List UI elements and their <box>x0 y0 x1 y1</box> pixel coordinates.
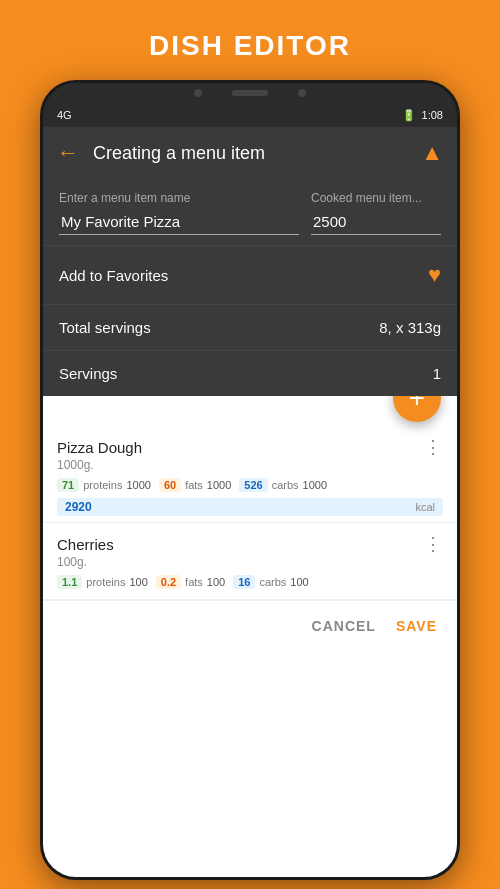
signal-indicator: 4G <box>57 109 72 121</box>
bottom-action-bar: CANCEL SAVE <box>43 600 457 650</box>
proteins-value-2: 100 <box>129 576 147 588</box>
cooked-label: Cooked menu item... <box>311 191 441 205</box>
app-header: ← Creating a menu item ▲ <box>43 127 457 179</box>
cancel-button[interactable]: CANCEL <box>312 618 376 634</box>
kcal-row: 2920 kcal <box>57 498 443 516</box>
kcal-value: 2920 <box>65 500 92 514</box>
ingredient-menu-button-2[interactable]: ⋮ <box>424 533 443 555</box>
total-servings-value: 8, x 313g <box>379 319 441 336</box>
ingredient-area: + Pizza Dough ⋮ 1000g. 71 proteins 1000 … <box>43 396 457 877</box>
time-display: 1:08 <box>422 109 443 121</box>
carbs-label: carbs <box>272 479 299 491</box>
status-bar: 4G 🔋 1:08 <box>43 99 457 127</box>
nutrition-row-2: 1.1 proteins 100 0.2 fats 100 16 carbs 1… <box>57 575 443 589</box>
carbs-value-2: 100 <box>290 576 308 588</box>
servings-label: Servings <box>59 365 117 382</box>
heart-icon[interactable]: ♥ <box>428 262 441 288</box>
proteins-badge-2: 1.1 <box>57 575 82 589</box>
fats-value-2: 100 <box>207 576 225 588</box>
cooked-input-group: Cooked menu item... <box>311 191 441 235</box>
name-label: Enter a menu item name <box>59 191 299 205</box>
fats-badge-2: 0.2 <box>156 575 181 589</box>
ingredient-name-2: Cherries <box>57 536 114 553</box>
ingredient-name: Pizza Dough <box>57 439 142 456</box>
camera-dot <box>194 89 202 97</box>
proteins-label: proteins <box>83 479 122 491</box>
carbs-badge-2: 16 <box>233 575 255 589</box>
ingredient-menu-button[interactable]: ⋮ <box>424 436 443 458</box>
screen-title: Creating a menu item <box>93 143 421 164</box>
fats-label-2: fats <box>185 576 203 588</box>
back-button[interactable]: ← <box>57 142 79 164</box>
nutrition-row: 71 proteins 1000 60 fats 1000 526 carbs … <box>57 478 443 492</box>
ingredient-card: Pizza Dough ⋮ 1000g. 71 proteins 1000 60… <box>43 426 457 523</box>
carbs-badge: 526 <box>239 478 267 492</box>
ingredient-header-2: Cherries ⋮ <box>57 533 443 555</box>
total-servings-label: Total servings <box>59 319 151 336</box>
add-ingredient-fab[interactable]: + <box>393 396 441 422</box>
carbs-label-2: carbs <box>259 576 286 588</box>
name-input[interactable] <box>59 209 299 235</box>
ingredient-weight: 1000g. <box>57 458 443 472</box>
phone-top <box>43 83 457 99</box>
servings-value: 1 <box>433 365 441 382</box>
cooked-input[interactable] <box>311 209 441 235</box>
page-title: DISH EDITOR <box>149 30 351 62</box>
phone-shell: 4G 🔋 1:08 ← Creating a menu item ▲ Enter… <box>40 80 460 880</box>
ingredient-header: Pizza Dough ⋮ <box>57 436 443 458</box>
fats-value: 1000 <box>207 479 231 491</box>
fats-label: fats <box>185 479 203 491</box>
fats-badge: 60 <box>159 478 181 492</box>
input-row: Enter a menu item name Cooked menu item.… <box>59 191 441 235</box>
name-input-group: Enter a menu item name <box>59 191 299 235</box>
ingredient-weight-2: 100g. <box>57 555 443 569</box>
battery-icon: 🔋 <box>402 109 416 122</box>
expand-icon[interactable]: ▲ <box>421 140 443 166</box>
favorites-label: Add to Favorites <box>59 267 168 284</box>
carbs-value: 1000 <box>303 479 327 491</box>
total-servings-row: Total servings 8, x 313g <box>43 304 457 350</box>
camera-dot-2 <box>298 89 306 97</box>
save-button[interactable]: SAVE <box>396 618 437 634</box>
speaker <box>232 90 268 96</box>
proteins-value: 1000 <box>126 479 150 491</box>
form-area: Enter a menu item name Cooked menu item.… <box>43 179 457 245</box>
servings-row: Servings 1 <box>43 350 457 396</box>
proteins-badge: 71 <box>57 478 79 492</box>
favorites-row[interactable]: Add to Favorites ♥ <box>43 245 457 304</box>
kcal-label: kcal <box>415 501 435 513</box>
proteins-label-2: proteins <box>86 576 125 588</box>
ingredient-card-2: Cherries ⋮ 100g. 1.1 proteins 100 0.2 fa… <box>43 523 457 600</box>
